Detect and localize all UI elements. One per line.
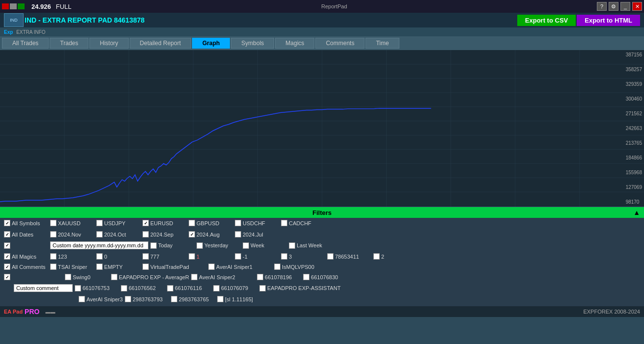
- checkbox-all-magics[interactable]: [4, 253, 10, 260]
- filter-custom-comment-check[interactable]: [4, 274, 63, 280]
- checkbox-661076116[interactable]: [167, 285, 173, 291]
- filter-cadchf[interactable]: CADCHF: [281, 220, 325, 226]
- export-html-button[interactable]: Export to HTML: [577, 15, 640, 26]
- filter-gbpusd[interactable]: GBPUSD: [189, 220, 233, 226]
- checkbox-averai-sniper3[interactable]: [79, 296, 85, 302]
- filter-usdjpy[interactable]: USDJPY: [96, 220, 140, 226]
- checkbox-eapadpro-assistant[interactable]: [259, 285, 266, 291]
- filter-eapadpro-assistant[interactable]: EAPADPRO EXP-ASSISTANT: [259, 285, 340, 291]
- filter-eapadpro-exp[interactable]: EAPADPRO EXP - AverageR: [111, 274, 189, 280]
- filter-magic-78653411[interactable]: 78653411: [327, 253, 371, 260]
- checkbox-2024oct[interactable]: [96, 231, 103, 238]
- filter-swing0[interactable]: Swing0: [65, 274, 109, 280]
- filter-all-symbols[interactable]: All Symbols: [4, 220, 48, 226]
- checkbox-averai-sniper2[interactable]: [191, 274, 197, 280]
- close-button[interactable]: ✕: [632, 2, 642, 11]
- filter-661076562[interactable]: 661076562: [121, 285, 165, 291]
- checkbox-all-symbols[interactable]: [4, 220, 10, 226]
- checkbox-custom-date[interactable]: [4, 242, 10, 249]
- filter-all-magics[interactable]: All Magics: [4, 253, 48, 260]
- tab-symbols[interactable]: Symbols: [231, 38, 274, 49]
- tab-graph[interactable]: Graph: [192, 38, 230, 49]
- filter-sl-1-11165[interactable]: [sl 1.11165]: [217, 296, 261, 302]
- checkbox-magic-1[interactable]: [189, 253, 195, 260]
- checkbox-magic-neg1[interactable]: [235, 253, 241, 260]
- filter-661076830[interactable]: 661076830: [303, 274, 347, 280]
- help-button[interactable]: ?: [597, 2, 607, 11]
- filter-2983763765[interactable]: 2983763765: [171, 296, 215, 302]
- filter-661076079[interactable]: 661076079: [213, 285, 257, 291]
- filter-usdchf[interactable]: USDCHF: [235, 220, 279, 226]
- filter-all-comments[interactable]: All Comments: [4, 264, 48, 270]
- checkbox-all-comments[interactable]: [4, 264, 10, 270]
- tab-comments[interactable]: Comments: [315, 38, 364, 49]
- tab-trades[interactable]: Trades: [50, 38, 88, 49]
- checkbox-661078196[interactable]: [257, 274, 263, 280]
- checkbox-today[interactable]: [150, 242, 157, 249]
- settings-button[interactable]: ⚙: [609, 2, 618, 11]
- filter-empty[interactable]: EMPTY: [96, 264, 140, 270]
- tab-time[interactable]: Time: [365, 38, 399, 49]
- checkbox-magic-78653411[interactable]: [327, 253, 334, 260]
- checkbox-ismqlvps00[interactable]: [274, 264, 280, 270]
- filter-magic-777[interactable]: 777: [142, 253, 187, 260]
- filter-week[interactable]: Week: [243, 242, 287, 249]
- checkbox-magic-3[interactable]: [281, 253, 287, 260]
- tab-detailed-report[interactable]: Detailed Report: [130, 38, 191, 49]
- filter-custom-date-check[interactable]: [4, 242, 48, 249]
- filter-2024sep[interactable]: 2024.Sep: [142, 231, 187, 238]
- filter-magic-neg1[interactable]: -1: [235, 253, 279, 260]
- checkbox-eurusd[interactable]: [142, 220, 149, 226]
- checkbox-xauusd[interactable]: [50, 220, 56, 226]
- filter-2983763793[interactable]: 2983763793: [125, 296, 169, 302]
- checkbox-usdjpy[interactable]: [96, 220, 103, 226]
- checkbox-swing0[interactable]: [65, 274, 71, 280]
- checkbox-magic-0[interactable]: [96, 253, 103, 260]
- checkbox-magic-123[interactable]: [50, 253, 56, 260]
- checkbox-usdchf[interactable]: [235, 220, 241, 226]
- filter-2024oct[interactable]: 2024.Oct: [96, 231, 140, 238]
- custom-date-input[interactable]: [50, 241, 148, 249]
- filter-2024jul[interactable]: 2024.Jul: [235, 231, 279, 238]
- checkbox-custom-comment[interactable]: [4, 274, 10, 280]
- checkbox-2983763793[interactable]: [125, 296, 131, 302]
- filter-virtualtradepad[interactable]: VirtualTradePad: [142, 264, 206, 270]
- tab-magics[interactable]: Magics: [275, 38, 314, 49]
- checkbox-2024jul[interactable]: [235, 231, 241, 238]
- checkbox-2024sep[interactable]: [142, 231, 149, 238]
- filter-averai-sniper1[interactable]: AverAI Sniper1: [208, 264, 272, 270]
- checkbox-2983763765[interactable]: [171, 296, 177, 302]
- checkbox-averai-sniper1[interactable]: [208, 264, 215, 270]
- filter-xauusd[interactable]: XAUUSD: [50, 220, 94, 226]
- checkbox-magic-777[interactable]: [142, 253, 149, 260]
- checkbox-yesterday[interactable]: [196, 242, 203, 249]
- filter-yesterday[interactable]: Yesterday: [196, 242, 241, 249]
- filter-magic-3[interactable]: 3: [281, 253, 325, 260]
- checkbox-661076079[interactable]: [213, 285, 220, 291]
- filter-all-dates[interactable]: All Dates: [4, 231, 48, 238]
- checkbox-2024aug[interactable]: [189, 231, 195, 238]
- filter-magic-0[interactable]: 0: [96, 253, 140, 260]
- filter-ismqlvps00[interactable]: IsMQLVPS00: [274, 264, 338, 270]
- tab-history[interactable]: History: [89, 38, 128, 49]
- export-csv-button[interactable]: Export to CSV: [517, 15, 576, 26]
- filters-collapse-button[interactable]: ▲: [633, 209, 640, 216]
- filter-2024nov[interactable]: 2024.Nov: [50, 231, 94, 238]
- filter-eurusd[interactable]: EURUSD: [142, 220, 187, 226]
- filter-last-week[interactable]: Last Week: [289, 242, 333, 249]
- checkbox-661076562[interactable]: [121, 285, 127, 291]
- custom-comment-input[interactable]: [14, 284, 73, 292]
- filter-averai-sniper2[interactable]: AverAI Sniper2: [191, 274, 255, 280]
- checkbox-2024nov[interactable]: [50, 231, 56, 238]
- filter-661076116[interactable]: 661076116: [167, 285, 211, 291]
- checkbox-sl-1-11165[interactable]: [217, 296, 224, 302]
- checkbox-all-dates[interactable]: [4, 231, 10, 238]
- checkbox-empty[interactable]: [96, 264, 103, 270]
- filter-magic-2[interactable]: 2: [373, 253, 418, 260]
- checkbox-661076753[interactable]: [75, 285, 81, 291]
- checkbox-tsai-sniper[interactable]: [50, 264, 56, 270]
- checkbox-virtualtradepad[interactable]: [142, 264, 149, 270]
- filter-today[interactable]: Today: [150, 242, 195, 249]
- minimize-button[interactable]: _: [620, 2, 630, 11]
- checkbox-week[interactable]: [243, 242, 249, 249]
